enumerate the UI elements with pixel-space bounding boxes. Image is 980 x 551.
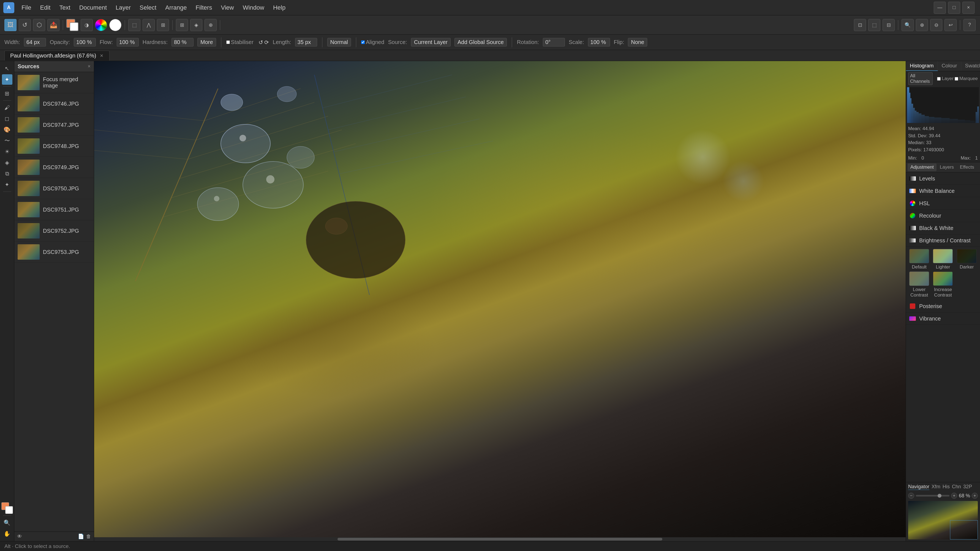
scroll-thumb-h[interactable] [337, 538, 662, 541]
scrollbar-horizontal[interactable] [94, 537, 906, 541]
adj-brightness-contrast[interactable]: Brightness / Contrast [906, 234, 980, 247]
source-item-6[interactable]: DSC9752.JPG [14, 220, 94, 241]
adj-posterise[interactable]: Posterise [906, 300, 980, 313]
source-item-2[interactable]: DSC9748.JPG [14, 136, 94, 157]
adj-white-balance[interactable]: White Balance [906, 185, 980, 197]
source-item-1[interactable]: DSC9747.JPG [14, 114, 94, 136]
zoom-in[interactable]: ⊕ [916, 19, 928, 31]
persona-photo[interactable]: 🖼 [5, 19, 16, 31]
aligned-checkbox[interactable] [361, 40, 365, 44]
tool-clone[interactable]: ◈ [2, 157, 13, 168]
menu-help[interactable]: Help [269, 3, 289, 13]
file-tab-item[interactable]: Paul Hollingworth.afdesign (67.6%) × [5, 51, 110, 60]
select-lasso[interactable]: ⋀ [143, 19, 155, 31]
menu-arrange[interactable]: Arrange [161, 3, 191, 13]
zoom-fit[interactable]: 🔍 [902, 19, 914, 31]
adj-tab-layers[interactable]: Layers [937, 164, 956, 171]
persona-develop[interactable]: ⬡ [33, 19, 45, 31]
zoom-fit-btn[interactable]: + [972, 493, 978, 499]
arrange-btn[interactable]: ⊡ [854, 19, 866, 31]
zoom-slider[interactable] [916, 495, 950, 497]
preset-darker[interactable]: Darker [956, 249, 978, 270]
macro-btn[interactable]: ⊕ [205, 19, 216, 31]
channel-dropdown[interactable]: All Channels [908, 72, 933, 85]
opacity-input[interactable]: 100 % [74, 38, 96, 46]
marquee-checkbox[interactable] [955, 77, 958, 81]
blend-mode-dropdown[interactable]: Normal [327, 38, 351, 46]
select-rect[interactable]: ⬚ [128, 19, 140, 31]
preset-default[interactable]: Default [908, 249, 930, 270]
nav-tab-xfm[interactable]: Xfm [932, 484, 940, 490]
preset-lighter[interactable]: Lighter [932, 249, 954, 270]
more-dropdown[interactable]: More [197, 38, 216, 46]
adj-recolour[interactable]: Recolour [906, 210, 980, 222]
tool-move[interactable]: ↖ [2, 63, 13, 74]
tool-retouch[interactable]: ✦ [2, 179, 13, 190]
layout-btn[interactable]: ⊟ [883, 19, 895, 31]
adj-tab-styles[interactable]: Styles [977, 164, 980, 171]
canvas-area[interactable] [94, 61, 906, 541]
tool-smudge[interactable]: 〜 [2, 135, 13, 146]
zoom-out[interactable]: ⊖ [930, 19, 942, 31]
color-swatches[interactable] [66, 19, 78, 31]
file-tab-close[interactable]: × [99, 53, 104, 58]
swatches-tab[interactable]: Swatches [961, 61, 980, 71]
source-item-3[interactable]: DSC9749.JPG [14, 157, 94, 178]
source-item-focus[interactable]: Focus merged image [14, 72, 94, 93]
length-input[interactable]: 35 px [295, 38, 317, 46]
toolbox-color-swatch[interactable] [2, 502, 13, 514]
adj-levels[interactable]: Levels [906, 173, 980, 185]
preset-increase-contrast[interactable]: Increase Contrast [932, 272, 954, 298]
nav-tab-navigator[interactable]: Navigator [908, 484, 929, 490]
source-item-0[interactable]: DSC9746.JPG [14, 93, 94, 114]
width-input[interactable]: 64 px [24, 38, 46, 46]
undo-btn[interactable]: ↩ [945, 19, 956, 31]
tool-eraser[interactable]: ◻ [2, 113, 13, 124]
persona-liquify[interactable]: ↺ [19, 19, 31, 31]
menu-text[interactable]: Text [55, 3, 74, 13]
tool-zoom[interactable]: 🔍 [2, 518, 13, 528]
hardness-input[interactable]: 80 % [172, 38, 194, 46]
tool-brush[interactable]: 🖌 [2, 102, 13, 113]
add-global-source-btn[interactable]: Add Global Source [455, 38, 507, 46]
navigator-preview[interactable] [908, 501, 978, 540]
stamp-tool[interactable]: ◈ [190, 19, 202, 31]
source-item-5[interactable]: DSC9751.JPG [14, 199, 94, 220]
menu-file[interactable]: File [18, 3, 35, 13]
adj-hsl[interactable]: HSL [906, 197, 980, 210]
help-icon[interactable]: ? [964, 19, 975, 31]
layer-checkbox[interactable] [937, 77, 941, 81]
adj-tab-adjustment[interactable]: Adjustment [908, 164, 937, 171]
tool-patch[interactable]: ⧉ [2, 168, 13, 179]
zoom-in-btn[interactable]: + [951, 493, 957, 499]
half-circle-btn[interactable]: ◑ [81, 19, 93, 31]
nav-tab-his[interactable]: His [943, 484, 950, 490]
maximize-btn[interactable]: □ [948, 2, 960, 14]
tool-dodge[interactable]: ☀ [2, 146, 13, 157]
adj-black-white[interactable]: Black & White [906, 222, 980, 234]
stabiliser-checkbox[interactable] [226, 40, 230, 44]
menu-window[interactable]: Window [239, 3, 268, 13]
circle-btn[interactable] [109, 19, 121, 31]
histogram-tab[interactable]: Histogram [906, 61, 938, 71]
eye-icon[interactable]: 👁 [17, 534, 22, 540]
menu-layer[interactable]: Layer [112, 3, 135, 13]
color-wheel-btn[interactable] [95, 19, 107, 31]
flow-input[interactable]: 100 % [117, 38, 139, 46]
flip-dropdown[interactable]: None [628, 38, 647, 46]
tool-pointer[interactable]: ✦ [2, 74, 13, 85]
zoom-out-btn[interactable]: − [908, 493, 914, 499]
adj-tab-effects[interactable]: Effects [957, 164, 977, 171]
source-item-7[interactable]: DSC9753.JPG [14, 241, 94, 263]
menu-select[interactable]: Select [136, 3, 160, 13]
sources-close-btn[interactable]: × [88, 64, 91, 69]
source-dropdown[interactable]: Current Layer [411, 38, 451, 46]
menu-edit[interactable]: Edit [36, 3, 54, 13]
menu-filters[interactable]: Filters [192, 3, 216, 13]
tool-paint[interactable]: 🎨 [2, 124, 13, 135]
colour-tab[interactable]: Colour [938, 61, 961, 71]
minimize-btn[interactable]: — [934, 2, 946, 14]
adj-vibrance[interactable]: Vibrance [906, 313, 980, 325]
new-source-icon[interactable]: 📄 [78, 534, 84, 540]
nav-tab-32p[interactable]: 32P [963, 484, 972, 490]
